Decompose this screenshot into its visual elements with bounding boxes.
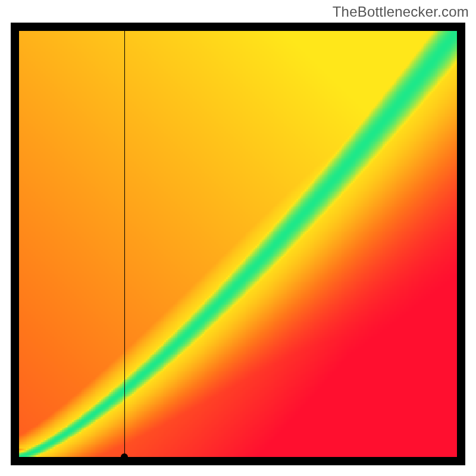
attribution-text: TheBottlenecker.com bbox=[333, 4, 469, 20]
crosshair-horizontal bbox=[19, 457, 457, 458]
heatmap-canvas bbox=[19, 31, 457, 457]
plot-frame bbox=[11, 23, 465, 465]
heatmap-area bbox=[19, 31, 457, 457]
chart-root: TheBottlenecker.com bbox=[0, 0, 476, 476]
